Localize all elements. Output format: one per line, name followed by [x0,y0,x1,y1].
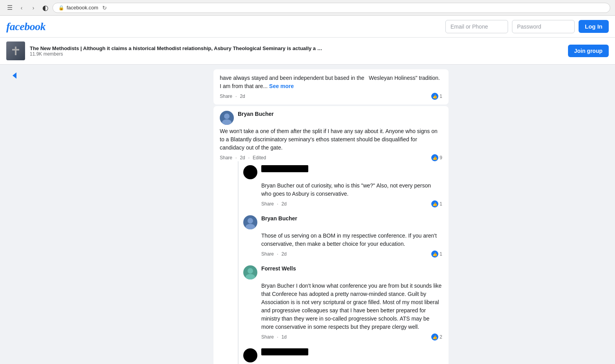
like-count: 👍 1 [431,200,442,207]
comment-author: Bryan Bucher [238,111,274,117]
svg-point-3 [222,119,232,125]
group-header-bar: The New Methodists | Although it claims … [0,38,615,65]
group-members: 11.9K members [30,51,563,57]
comment-header [243,348,442,362]
avatar [243,348,257,362]
like-bubble: 👍 [431,154,438,161]
svg-rect-0 [15,47,16,55]
avatar [243,265,257,279]
feed-center: have always stayed and been independent … [53,65,609,364]
share-link[interactable]: Share [220,94,232,99]
comment-actions: Share · 2d 👍 1 [261,250,442,258]
svg-point-7 [246,274,255,279]
comment-header [243,165,442,179]
sidebar-toggle-button[interactable]: ☰ [5,3,15,13]
lock-icon: 🔒 [58,5,64,11]
login-button[interactable]: Log In [579,20,609,33]
back-arrow-button[interactable] [13,72,16,79]
comment-text: Bryan Bucher I don't know what conferenc… [261,282,442,331]
like-number: 1 [440,251,442,257]
timestamp: 2d [281,201,286,207]
comment-header: Bryan Bucher [243,215,442,229]
address-bar[interactable]: 🔒 facebook.com ↻ [52,3,610,13]
share-link[interactable]: Share [261,251,274,257]
fb-navbar: facebook Log In [0,16,615,38]
page-wrapper: facebook Log In The New Methodists | Alt… [0,16,615,364]
like-count: 👍 1 [431,250,442,258]
like-count: 👍 9 [431,154,442,161]
comment-actions: Share · 2d · Edited 👍 9 [220,154,442,161]
comment-author: Bryan Bucher [261,215,297,222]
like-count: 👍 2 [431,333,442,341]
avatar [243,215,257,229]
navbar-right: Log In [445,20,609,33]
see-more-link[interactable]: See more [269,83,294,89]
url-text: facebook.com [67,5,98,11]
browser-nav-buttons: ☰ ‹ › [5,3,38,13]
nested-comment: Bryan Bucher Those of us serving on a BO… [243,211,442,261]
comment-author: Forrest Wells [261,265,296,272]
like-number: 1 [440,94,442,99]
group-avatar [6,41,25,60]
edited-label: Edited [253,155,266,160]
comment-actions: Share · 1d 👍 2 [261,333,442,341]
join-group-button[interactable]: Join group [568,45,609,57]
avatar [220,111,234,125]
timestamp: 2d [240,155,245,160]
svg-point-6 [248,268,253,274]
email-input[interactable] [445,20,508,33]
nested-comment: Bryan Bucher out of curiosity, who is th… [243,161,442,211]
nested-comment: Bryan Bucher I was at Phillips Theologic… [243,344,442,364]
refresh-button[interactable]: ↻ [102,5,107,11]
truncated-text: have always stayed and been independent … [220,74,442,90]
like-count: 👍 1 [431,93,442,100]
group-avatar-inner [6,41,25,60]
redacted-name [261,165,308,172]
svg-point-5 [246,224,255,229]
share-link[interactable]: Share [261,201,274,207]
forward-button[interactable]: › [28,3,38,13]
like-bubble: 👍 [431,93,438,100]
share-link[interactable]: Share [220,155,232,160]
truncated-comment: have always stayed and been independent … [213,69,449,105]
svg-rect-1 [12,49,19,50]
contrast-icon: ◐ [42,4,49,12]
svg-point-4 [248,218,253,223]
timestamp: 2d [281,251,286,257]
facebook-logo: facebook [6,20,45,33]
like-number: 1 [440,201,442,207]
redacted-name [261,348,308,355]
like-bubble: 👍 [431,200,438,207]
nested-comments: Bryan Bucher out of curiosity, who is th… [238,161,442,364]
comment-header: Forrest Wells [243,265,442,279]
comment-text: Those of us serving on a BOM in my respe… [261,232,442,248]
group-info: The New Methodists | Although it claims … [30,45,563,57]
like-number: 2 [440,334,442,340]
comment-header: Bryan Bucher [220,111,442,125]
password-input[interactable] [512,20,575,33]
comment-actions: Share · 2d 👍 1 [261,200,442,207]
like-bubble: 👍 [431,250,438,258]
content-area: have always stayed and been independent … [0,65,615,364]
nested-comment: Forrest Wells Bryan Bucher I don't know … [243,261,442,344]
back-button[interactable]: ‹ [16,3,27,13]
comment-actions: Share · 2d 👍 1 [220,93,442,100]
like-bubble: 👍 [431,333,438,341]
comment-text: We won't take a one of them after the sp… [220,127,442,152]
timestamp: 2d [240,94,245,99]
avatar [243,165,257,179]
group-name: The New Methodists | Although it claims … [30,45,324,51]
comment-card: Bryan Bucher We won't take a one of them… [213,106,449,364]
browser-chrome: ☰ ‹ › ◐ 🔒 facebook.com ↻ [0,0,615,16]
timestamp: 1d [281,334,286,340]
svg-point-2 [224,114,230,119]
left-sidebar [6,65,53,364]
comment-text: Bryan Bucher out of curiosity, who is th… [261,182,442,198]
share-link[interactable]: Share [261,334,274,340]
like-number: 9 [440,155,442,160]
